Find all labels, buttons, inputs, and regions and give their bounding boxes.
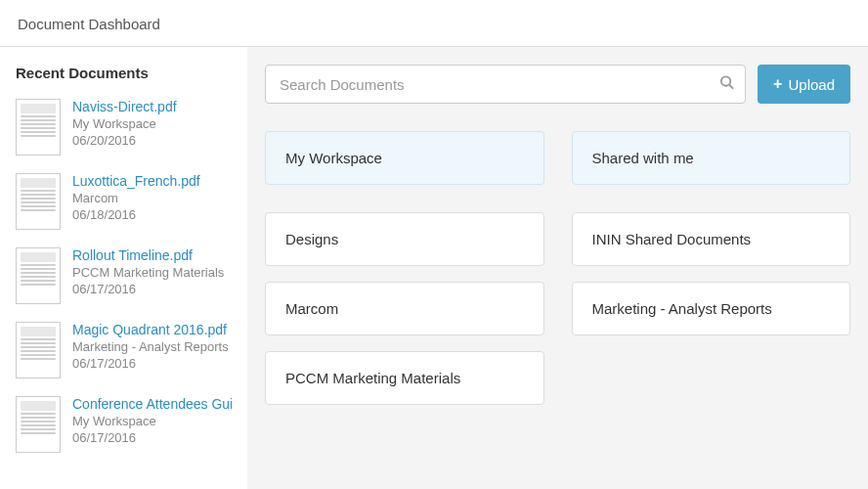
main-panel: + Upload My WorkspaceShared with me Desi… <box>247 47 868 489</box>
page-header: Document Dashboard <box>0 0 868 47</box>
upload-button[interactable]: + Upload <box>758 65 850 104</box>
recent-document-item[interactable]: Naviss-Direct.pdfMy Workspace06/20/2016 <box>16 99 232 156</box>
top-folders: My WorkspaceShared with me <box>265 131 850 185</box>
plus-icon: + <box>773 76 782 92</box>
document-meta: Rollout Timeline.pdfPCCM Marketing Mater… <box>72 247 232 304</box>
document-meta: Magic Quadrant 2016.pdfMarketing - Analy… <box>72 322 232 378</box>
document-title[interactable]: Rollout Timeline.pdf <box>72 247 232 263</box>
document-date: 06/17/2016 <box>72 282 232 296</box>
recent-document-item[interactable]: Rollout Timeline.pdfPCCM Marketing Mater… <box>16 247 232 304</box>
upload-label: Upload <box>788 76 835 93</box>
folder-tile[interactable]: Marketing - Analyst Reports <box>572 282 851 335</box>
document-meta: Luxottica_French.pdfMarcom06/18/2016 <box>72 173 232 230</box>
document-thumbnail <box>16 247 61 304</box>
search-wrap <box>265 65 746 104</box>
folder-tile[interactable]: Shared with me <box>572 131 851 185</box>
document-thumbnail <box>16 396 61 453</box>
recent-documents-list: Naviss-Direct.pdfMy Workspace06/20/2016L… <box>16 99 232 453</box>
recent-document-item[interactable]: Luxottica_French.pdfMarcom06/18/2016 <box>16 173 232 230</box>
document-title[interactable]: Magic Quadrant 2016.pdf <box>72 322 232 337</box>
sidebar: Recent Documents Naviss-Direct.pdfMy Wor… <box>0 47 247 489</box>
folder-tile[interactable]: PCCM Marketing Materials <box>265 351 544 405</box>
document-date: 06/18/2016 <box>72 207 232 222</box>
document-meta: Conference Attendees GuideMy Workspace06… <box>72 396 232 453</box>
document-date: 06/17/2016 <box>72 356 232 371</box>
document-title[interactable]: Conference Attendees Guide <box>72 396 232 412</box>
document-date: 06/20/2016 <box>72 133 232 148</box>
document-workspace: My Workspace <box>72 116 232 131</box>
document-thumbnail <box>16 99 61 156</box>
folder-tile[interactable]: ININ Shared Documents <box>572 212 851 266</box>
document-thumbnail <box>16 322 61 378</box>
workspace-folders: DesignsININ Shared DocumentsMarcomMarket… <box>265 212 850 405</box>
document-workspace: Marketing - Analyst Reports <box>72 339 232 354</box>
recent-document-item[interactable]: Conference Attendees GuideMy Workspace06… <box>16 396 232 453</box>
layout: Recent Documents Naviss-Direct.pdfMy Wor… <box>0 47 868 489</box>
document-date: 06/17/2016 <box>72 430 232 445</box>
document-title[interactable]: Naviss-Direct.pdf <box>72 99 232 114</box>
folder-tile[interactable]: Designs <box>265 212 544 266</box>
document-workspace: Marcom <box>72 191 232 205</box>
folder-tile[interactable]: My Workspace <box>265 131 544 185</box>
toolbar: + Upload <box>265 65 850 104</box>
folder-tile[interactable]: Marcom <box>265 282 544 335</box>
recent-documents-heading: Recent Documents <box>16 65 232 81</box>
document-workspace: PCCM Marketing Materials <box>72 265 232 280</box>
recent-document-item[interactable]: Magic Quadrant 2016.pdfMarketing - Analy… <box>16 322 232 378</box>
document-meta: Naviss-Direct.pdfMy Workspace06/20/2016 <box>72 99 232 156</box>
search-input[interactable] <box>265 65 746 104</box>
page-title: Document Dashboard <box>18 16 850 32</box>
document-thumbnail <box>16 173 61 230</box>
document-title[interactable]: Luxottica_French.pdf <box>72 173 232 189</box>
document-workspace: My Workspace <box>72 414 232 428</box>
